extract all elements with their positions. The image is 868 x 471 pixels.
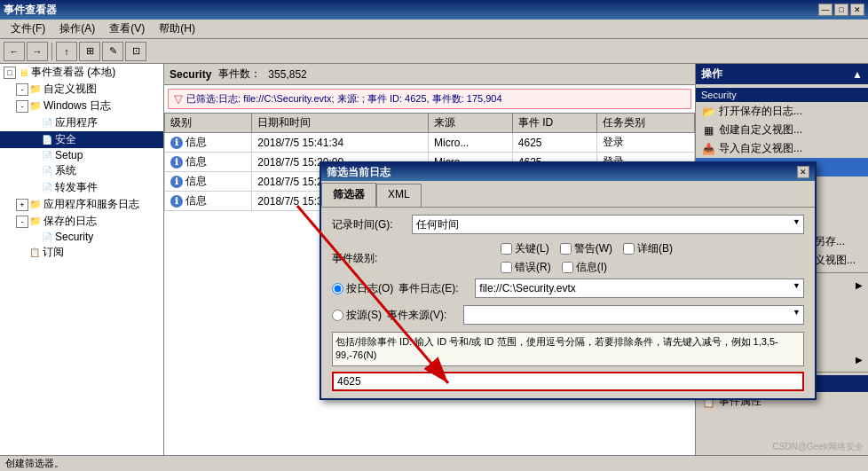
right-panel-collapse-icon[interactable]: ▲ — [852, 68, 863, 81]
check-info[interactable]: 信息(I) — [562, 260, 607, 275]
source-select[interactable] — [463, 305, 804, 325]
check-info-input[interactable] — [562, 262, 573, 273]
doc-icon-security: 📄 — [41, 134, 53, 146]
tree-item-saved-security[interactable]: 📄 Security — [0, 230, 163, 244]
action-import-custom[interactable]: 📥 导入自定义视图... — [696, 139, 868, 158]
expand-icon-saved[interactable]: - — [16, 216, 28, 228]
tree-item-security[interactable]: 📄 安全 — [0, 131, 163, 148]
minimize-button[interactable]: — — [818, 4, 832, 16]
level-group2: 错误(R) 信息(I) — [501, 260, 673, 275]
toolbar-btn3[interactable]: ✎ — [102, 42, 123, 61]
check-warning-input[interactable] — [560, 243, 572, 255]
tree-item-appsvc[interactable]: + 📁 应用程序和服务日志 — [0, 196, 163, 213]
radio-log[interactable]: 按日志(O) — [332, 281, 393, 296]
doc-icon-subscription: 📋 — [28, 247, 41, 259]
level-group1: 关键(L) 警告(W) 详细(B) — [501, 241, 673, 256]
toolbar-separator — [51, 43, 52, 60]
check-error-input[interactable] — [501, 262, 512, 273]
source-select-wrapper — [463, 305, 804, 325]
check-error[interactable]: 错误(R) — [501, 260, 551, 275]
tree-label-security: 安全 — [55, 132, 76, 147]
log-row: 按日志(O) 事件日志(E): file://C:\Security.evtx — [332, 279, 804, 298]
radio-log-input[interactable] — [332, 283, 343, 294]
check-verbose[interactable]: 详细(B) — [623, 241, 673, 256]
tab-xml[interactable]: XML — [376, 184, 422, 207]
doc-icon-forward: 📄 — [41, 182, 53, 194]
tree-item-saved[interactable]: - 📁 保存的日志 — [0, 213, 163, 230]
close-button[interactable]: ✕ — [850, 4, 864, 16]
col-eventid[interactable]: 事件 ID — [512, 114, 596, 133]
toolbar-forward[interactable]: → — [27, 42, 48, 61]
col-datetime[interactable]: 日期和时间 — [252, 114, 429, 133]
time-select[interactable]: 任何时间 — [412, 215, 804, 234]
level-row: 事件级别: 关键(L) 警告(W) — [332, 241, 804, 275]
doc-icon-saved-security: 📄 — [41, 231, 53, 243]
hint-text-box: 包括/排除事件 ID: 输入 ID 号和/或 ID 范围，使用逗号分隔，若要排除… — [332, 332, 804, 366]
check-warning[interactable]: 警告(W) — [560, 241, 612, 256]
tree-label-saved-security: Security — [55, 231, 93, 243]
menu-action[interactable]: 操作(A) — [52, 20, 102, 38]
menu-help[interactable]: 帮助(H) — [152, 20, 202, 38]
menu-file[interactable]: 文件(F) — [4, 20, 52, 38]
time-row: 记录时间(G): 任何时间 — [332, 215, 804, 234]
level-label: 事件级别: — [332, 251, 412, 266]
filter-icon: ▽ — [174, 92, 183, 106]
right-panel-title: 操作 — [701, 67, 722, 82]
toolbar-up[interactable]: ↑ — [56, 42, 77, 61]
dialog-close-button[interactable]: ✕ — [797, 166, 809, 178]
tree-label-subscription: 订阅 — [43, 245, 64, 260]
tab-filter[interactable]: 筛选器 — [321, 183, 376, 207]
tree-label-setup: Setup — [55, 149, 83, 161]
folder-icon-saved: 📁 — [29, 216, 42, 228]
maximize-button[interactable]: □ — [834, 4, 848, 16]
source-row: 按源(S) 事件来源(V): — [332, 305, 804, 325]
expand-icon-appsvc[interactable]: + — [16, 199, 28, 211]
tree-item-subscription[interactable]: 📋 订阅 — [0, 244, 163, 261]
cell-task: 登录 — [596, 133, 694, 153]
center-title: Security — [170, 68, 211, 81]
tree-item-system[interactable]: 📄 系统 — [0, 162, 163, 179]
tree-item-forward[interactable]: 📄 转发事件 — [0, 179, 163, 196]
main-layout: □ 🖥 事件查看器 (本地) - 📁 自定义视图 - 📁 Windows 日志 … — [0, 64, 868, 471]
expand-icon-windows[interactable]: - — [16, 100, 28, 113]
tree-label-forward: 转发事件 — [55, 180, 98, 195]
col-task[interactable]: 任务类别 — [596, 114, 694, 133]
left-panel: □ 🖥 事件查看器 (本地) - 📁 自定义视图 - 📁 Windows 日志 … — [0, 64, 164, 471]
action-open-saved[interactable]: 📂 打开保存的日志... — [696, 102, 868, 121]
toolbar-back[interactable]: ← — [4, 42, 25, 61]
expand-icon-root[interactable]: □ — [4, 67, 16, 79]
check-critical-input[interactable] — [501, 243, 512, 255]
tree-item-app[interactable]: 📄 应用程序 — [0, 114, 163, 131]
event-id-input[interactable] — [332, 372, 804, 391]
toolbar-btn4[interactable]: ⊡ — [125, 42, 146, 61]
info-icon: ℹ — [170, 137, 183, 149]
tree-item-setup[interactable]: 📄 Setup — [0, 148, 163, 162]
tree-label-saved: 保存的日志 — [43, 214, 97, 229]
tree-item-custom[interactable]: - 📁 自定义视图 — [0, 81, 163, 98]
col-level[interactable]: 级别 — [165, 114, 252, 133]
title-bar: 事件查看器 — □ ✕ — [0, 0, 868, 20]
action-create-custom[interactable]: ▦ 创建自定义视图... — [696, 121, 868, 139]
center-count: 355,852 — [268, 68, 306, 81]
tree-item-root[interactable]: □ 🖥 事件查看器 (本地) — [0, 64, 163, 81]
radio-source[interactable]: 按源(S) — [332, 308, 382, 323]
tree-label-windows: Windows 日志 — [43, 98, 111, 114]
right-section1-label: Security — [696, 88, 868, 102]
import-custom-icon: 📥 — [701, 143, 715, 155]
radio-source-input[interactable] — [332, 310, 343, 321]
status-text: 创建筛选器。 — [5, 457, 64, 470]
toolbar-btn2[interactable]: ⊞ — [79, 42, 100, 61]
log-select[interactable]: file://C:\Security.evtx — [475, 279, 804, 298]
check-critical[interactable]: 关键(L) — [501, 241, 549, 256]
log-field-label: 事件日志(E): — [398, 281, 470, 296]
menu-view[interactable]: 查看(V) — [102, 20, 152, 38]
col-source[interactable]: 来源 — [429, 114, 513, 133]
info-icon: ℹ — [170, 156, 183, 169]
title-bar-buttons: — □ ✕ — [818, 4, 864, 16]
expand-icon-custom[interactable]: - — [16, 83, 28, 96]
folder-icon: 🖥 — [17, 67, 29, 79]
tree-item-windows[interactable]: - 📁 Windows 日志 — [0, 98, 163, 114]
table-row[interactable]: ℹ 信息 2018/7/5 15:41:34 Micro... 4625 登录 — [165, 133, 695, 153]
toolbar: ← → ↑ ⊞ ✎ ⊡ — [0, 39, 868, 64]
check-verbose-input[interactable] — [623, 243, 635, 255]
